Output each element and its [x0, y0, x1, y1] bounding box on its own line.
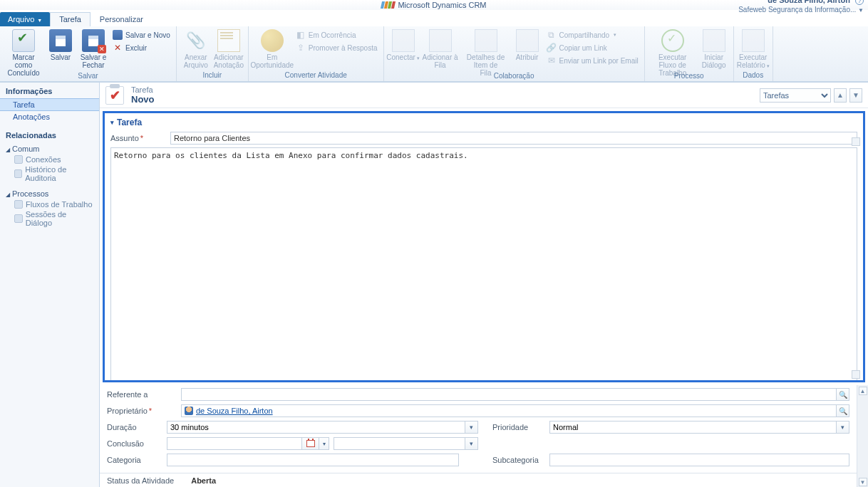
help-icon[interactable]: ?: [855, 0, 864, 5]
nav-item-audit-label: Histórico de Auditoria: [25, 165, 93, 182]
share-icon: ⧉: [547, 30, 557, 40]
delete-icon: ✕: [113, 43, 123, 53]
collapse-icon: ▾: [110, 119, 114, 126]
to-opportunity-button: Em Oportunidade: [252, 28, 293, 69]
due-time-dropdown-button[interactable]: ▾: [465, 437, 478, 450]
nav-up-button[interactable]: ▲: [834, 88, 847, 103]
connections-mini-icon: [14, 155, 23, 164]
attach-file-button: 📎 Anexar Arquivo: [180, 28, 212, 69]
assign-label: Atribuir: [516, 53, 539, 61]
form-view-select[interactable]: Tarefas: [760, 88, 831, 103]
ribbon-tab-task[interactable]: Tarefa: [50, 12, 91, 26]
owner-lookup[interactable]: de Souza Filho, Airton: [181, 404, 837, 417]
nav-info-header: Informações: [0, 84, 99, 98]
form-scroll-down-button[interactable]: ▼: [859, 478, 867, 486]
due-date-picker-button[interactable]: [302, 437, 319, 450]
mark-complete-button[interactable]: Marcar como Concluído: [3, 28, 44, 77]
nav-down-button[interactable]: ▼: [849, 88, 862, 103]
regarding-lookup-button[interactable]: 🔍: [837, 388, 849, 401]
email-link-button: ✉ Enviar um Link por Email: [544, 55, 641, 66]
regarding-lookup[interactable]: [181, 388, 837, 401]
duration-label: Duração: [107, 423, 167, 431]
nav-item-dialog-sessions[interactable]: Sessões de Diálogo: [0, 209, 99, 228]
ribbon-group-process: Executar Fluxo de Trabalho Iniciar Diálo…: [645, 26, 734, 81]
priority-input[interactable]: [549, 421, 837, 434]
nav-item-notes[interactable]: Anotações: [0, 111, 99, 122]
nav-item-notes-label: Anotações: [13, 112, 50, 121]
nav-item-dialog-sessions-label: Sessões de Diálogo: [26, 210, 93, 227]
current-org[interactable]: Safeweb Segurança da Informação...: [738, 6, 856, 14]
subcategory-input[interactable]: [549, 454, 849, 466]
description-scrollbar[interactable]: [852, 137, 862, 379]
nav-processes-header[interactable]: ◢Processos: [0, 187, 99, 199]
delete-label: Excluir: [125, 44, 147, 52]
ribbon-group-include: 📎 Anexar Arquivo Adicionar Anotação Incl…: [177, 26, 249, 81]
group-convert-label: Converter Atividade: [252, 71, 381, 81]
save-new-icon: [113, 30, 123, 40]
nav-item-task[interactable]: Tarefa: [0, 98, 99, 111]
form-header: ✔ Tarefa Novo Tarefas ▲ ▼: [100, 83, 868, 108]
subcategory-label: Subcategoria: [492, 456, 549, 464]
save-new-button[interactable]: Salvar e Novo: [110, 29, 173, 41]
nav-item-connections-label: Conexões: [26, 155, 61, 164]
delete-button[interactable]: ✕ Excluir: [110, 42, 173, 53]
queue-item-details-label: Detalhes de Item de Fila: [463, 53, 510, 77]
ribbon-tab-task-label: Tarefa: [59, 15, 81, 23]
priority-dropdown-button[interactable]: ▾: [837, 421, 849, 434]
save-icon: [49, 29, 72, 52]
add-to-queue-button: Adicionar à Fila: [420, 28, 461, 69]
sharing-button: ⧉ Compartilhando▾: [544, 29, 641, 41]
sharing-label: Compartilhando: [559, 31, 610, 39]
form-area: ✔ Tarefa Novo Tarefas ▲ ▼ ▾ Tarefa: [100, 83, 868, 487]
description-textarea[interactable]: Retorno para os clientes da Lista em Ane…: [110, 147, 857, 382]
owner-lookup-button[interactable]: 🔍: [837, 404, 849, 417]
status-value: Aberta: [191, 476, 216, 485]
due-date-input[interactable]: [167, 437, 302, 450]
save-close-button[interactable]: ✕ Salvar e Fechar: [77, 28, 110, 69]
ribbon-tab-file[interactable]: Arquivo▼: [0, 12, 50, 26]
ribbon-group-convert: Em Oportunidade ◧ Em Ocorrência ⇪ Promov…: [249, 26, 384, 81]
note-icon: [217, 29, 240, 52]
copy-link-label: Copiar um Link: [559, 44, 607, 52]
workflow-icon: [661, 29, 684, 52]
form-vertical-scrollbar[interactable]: ▲ ▼: [857, 385, 868, 487]
link-icon: 🔗: [547, 43, 557, 53]
nav-common-label: Comum: [12, 145, 40, 153]
priority-label: Prioridade: [492, 423, 549, 431]
app-title-text: Microsoft Dynamics CRM: [398, 1, 486, 9]
add-note-label: Adicionar Anotação: [214, 53, 244, 69]
due-date-dropdown-button[interactable]: ▾: [319, 437, 329, 450]
scroll-up-icon[interactable]: [852, 137, 860, 146]
section-task-header[interactable]: ▾ Tarefa: [110, 117, 857, 127]
save-close-label: Salvar e Fechar: [81, 53, 107, 69]
subject-label: Assunto*: [110, 134, 170, 142]
ribbon-tab-customize-label: Personalizar: [100, 15, 143, 23]
queue-item-icon: [475, 29, 497, 52]
subject-input[interactable]: [170, 132, 857, 145]
scroll-down-icon[interactable]: [852, 370, 860, 379]
nav-item-workflows[interactable]: Fluxos de Trabalho: [0, 199, 99, 209]
form-entity-label: Tarefa: [131, 85, 155, 94]
nav-common-header[interactable]: ◢Comum: [0, 142, 99, 155]
ribbon-tab-customize[interactable]: Personalizar: [91, 12, 153, 26]
ribbon-group-data: Executar Relatório▾ Dados: [734, 26, 773, 81]
form-lower-section: Referente a 🔍 Proprietário* de Souza Fil…: [100, 385, 857, 473]
nav-item-connections[interactable]: Conexões: [0, 155, 99, 164]
ribbon: Marcar como Concluído Salvar ✕ Salvar e …: [0, 26, 868, 82]
title-bar: Microsoft Dynamics CRM de Souza Filho, A…: [0, 0, 868, 10]
save-button[interactable]: Salvar: [44, 28, 77, 61]
duration-dropdown-button[interactable]: ▾: [465, 421, 478, 434]
org-chevron-icon[interactable]: ▼: [858, 7, 864, 14]
category-input[interactable]: [167, 454, 459, 466]
nav-item-audit-history[interactable]: Histórico de Auditoria: [0, 164, 99, 183]
task-entity-icon: ✔: [105, 86, 124, 105]
due-time-input[interactable]: [334, 437, 465, 450]
dialog-icon: [703, 29, 725, 52]
form-record-title: Novo: [131, 94, 155, 105]
group-collab-label: Colaboração: [387, 72, 641, 81]
run-report-label: Executar Relatório: [737, 53, 768, 69]
to-opportunity-label: Em Oportunidade: [251, 53, 294, 69]
duration-input[interactable]: [167, 421, 465, 434]
copy-link-button: 🔗 Copiar um Link: [544, 42, 641, 53]
form-scroll-up-button[interactable]: ▲: [859, 387, 867, 395]
